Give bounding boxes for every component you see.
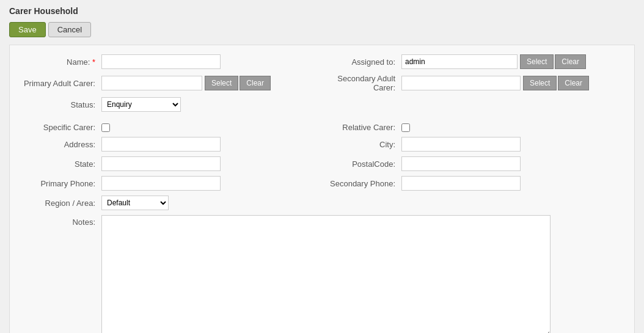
toolbar: Save Cancel bbox=[9, 22, 635, 37]
primary-phone-input[interactable] bbox=[101, 176, 221, 191]
save-button[interactable]: Save bbox=[9, 22, 46, 37]
row-phones: Primary Phone: Secondary Phone: bbox=[22, 176, 622, 191]
col-secondary-carer: Secondary Adult Carer: Select Clear bbox=[322, 74, 622, 92]
row-region: Region / Area: Default bbox=[22, 196, 622, 210]
notes-label: Notes: bbox=[22, 215, 101, 227]
primary-carer-select-button[interactable]: Select bbox=[205, 76, 238, 90]
relative-carer-checkbox[interactable] bbox=[401, 123, 410, 132]
form-section: Name: * Assigned to: Select Clear Primar… bbox=[9, 45, 635, 333]
row-name-assigned: Name: * Assigned to: Select Clear bbox=[22, 54, 622, 69]
address-input[interactable] bbox=[101, 137, 221, 152]
col-status: Status: Enquiry Active Inactive bbox=[22, 97, 322, 112]
row-carers: Primary Adult Carer: Select Clear Second… bbox=[22, 74, 622, 92]
col-name: Name: * bbox=[22, 54, 322, 69]
assigned-to-label: Assigned to: bbox=[322, 57, 401, 67]
secondary-phone-label: Secondary Phone: bbox=[322, 179, 401, 188]
secondary-carer-input[interactable] bbox=[401, 76, 521, 90]
col-city: City: bbox=[322, 137, 622, 152]
col-region: Region / Area: Default bbox=[22, 196, 322, 210]
notes-textarea[interactable] bbox=[101, 215, 551, 333]
col-primary-phone: Primary Phone: bbox=[22, 176, 322, 191]
assigned-select-button[interactable]: Select bbox=[520, 54, 554, 69]
page-container: Carer Household Save Cancel Name: * Assi… bbox=[0, 0, 644, 333]
row-status: Status: Enquiry Active Inactive bbox=[22, 97, 622, 112]
postal-code-input[interactable] bbox=[401, 156, 521, 171]
state-input[interactable] bbox=[101, 156, 221, 171]
specific-carer-checkbox[interactable] bbox=[101, 123, 110, 132]
col-specific-carer: Specific Carer: bbox=[22, 123, 322, 132]
primary-carer-clear-button[interactable]: Clear bbox=[240, 76, 271, 90]
col-primary-carer: Primary Adult Carer: Select Clear bbox=[22, 76, 322, 90]
region-select[interactable]: Default bbox=[101, 196, 169, 210]
col-assigned: Assigned to: Select Clear bbox=[322, 54, 622, 69]
page-title: Carer Household bbox=[9, 6, 635, 16]
relative-carer-label: Relative Carer: bbox=[322, 123, 401, 132]
col-secondary-phone: Secondary Phone: bbox=[322, 176, 622, 191]
status-label: Status: bbox=[22, 100, 101, 109]
primary-carer-input[interactable] bbox=[101, 76, 202, 90]
cancel-button[interactable]: Cancel bbox=[48, 22, 91, 37]
address-label: Address: bbox=[22, 140, 101, 149]
city-label: City: bbox=[322, 140, 401, 149]
assigned-to-input[interactable] bbox=[401, 54, 518, 69]
name-label: Name: * bbox=[22, 57, 101, 67]
specific-carer-label: Specific Carer: bbox=[22, 123, 101, 132]
notes-content bbox=[101, 215, 551, 333]
row-state-postal: State: PostalCode: bbox=[22, 156, 622, 171]
name-input[interactable] bbox=[101, 54, 221, 69]
row-address-city: Address: City: bbox=[22, 137, 622, 152]
primary-carer-label: Primary Adult Carer: bbox=[22, 79, 101, 88]
secondary-carer-label: Secondary Adult Carer: bbox=[322, 74, 401, 92]
secondary-carer-select-button[interactable]: Select bbox=[523, 76, 557, 90]
state-label: State: bbox=[22, 159, 101, 169]
secondary-phone-input[interactable] bbox=[401, 176, 521, 191]
col-state: State: bbox=[22, 156, 322, 171]
required-star: * bbox=[92, 57, 95, 67]
city-input[interactable] bbox=[401, 137, 521, 152]
assigned-clear-button[interactable]: Clear bbox=[555, 54, 586, 69]
region-label: Region / Area: bbox=[22, 199, 101, 208]
row-notes: Notes: bbox=[22, 215, 622, 333]
primary-phone-label: Primary Phone: bbox=[22, 179, 101, 188]
secondary-carer-clear-button[interactable]: Clear bbox=[558, 76, 589, 90]
col-address: Address: bbox=[22, 137, 322, 152]
col-relative-carer: Relative Carer: bbox=[322, 123, 622, 132]
postal-code-label: PostalCode: bbox=[322, 159, 401, 169]
row-specific-relative: Specific Carer: Relative Carer: bbox=[22, 123, 622, 132]
col-postal: PostalCode: bbox=[322, 156, 622, 171]
status-select[interactable]: Enquiry Active Inactive bbox=[101, 97, 181, 112]
